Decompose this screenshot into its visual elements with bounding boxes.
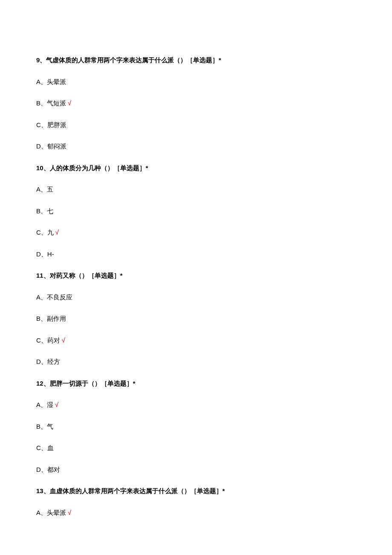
- option-label: A、: [36, 401, 47, 408]
- check-mark-icon: √: [55, 229, 59, 236]
- option: D、H-: [36, 250, 356, 259]
- option-label: C、: [36, 337, 47, 344]
- document-content: 9、气虚体质的人群常用两个字来表达属于什么派（）［单选题］*A、头晕派B、气短派…: [36, 55, 356, 517]
- option-text: 经方: [47, 358, 60, 365]
- option-label: A、: [36, 186, 47, 193]
- option-label: A、: [36, 509, 47, 516]
- option-text: 血: [47, 444, 54, 451]
- option-label: D、: [36, 466, 47, 473]
- question-text: 9、气虚体质的人群常用两个字来表达属于什么派（）［单选题］*: [36, 55, 356, 65]
- option: A、头晕派√: [36, 508, 356, 518]
- option-text: 湿: [47, 401, 53, 408]
- option: D、郁闷派: [36, 142, 356, 151]
- question-text: 13、血虚体质的人群常用两个字来表达属于什么派（）［单选题］*: [36, 486, 356, 496]
- option-text: 五: [47, 186, 53, 193]
- option-text: 九: [47, 229, 54, 236]
- option-label: A、: [36, 78, 47, 85]
- option-label: C、: [36, 121, 47, 128]
- option-text: 气短派: [47, 99, 66, 107]
- option-label: B、: [36, 423, 47, 430]
- option: C、血: [36, 443, 356, 453]
- option: B、气: [36, 422, 356, 432]
- option: A、不良反应: [36, 293, 356, 302]
- check-mark-icon: √: [68, 99, 71, 107]
- option: B、副作用: [36, 314, 356, 324]
- option-text: 肥胖派: [47, 121, 66, 128]
- question-block: 11、对药又称（）［单选题］*A、不良反应B、副作用C、药对√D、经方: [36, 271, 356, 367]
- question-block: 13、血虚体质的人群常用两个字来表达属于什么派（）［单选题］*A、头晕派√: [36, 486, 356, 517]
- option-label: B、: [36, 315, 47, 322]
- option: A、湿√: [36, 400, 356, 410]
- option-label: D、: [36, 250, 47, 258]
- option: B、七: [36, 206, 356, 216]
- option-text: 副作用: [47, 315, 66, 322]
- option: C、药对√: [36, 336, 356, 346]
- option: A、五: [36, 185, 356, 195]
- option-text: 药对: [47, 337, 60, 344]
- question-block: 9、气虚体质的人群常用两个字来表达属于什么派（）［单选题］*A、头晕派B、气短派…: [36, 55, 356, 151]
- option-label: A、: [36, 293, 47, 301]
- option-label: D、: [36, 142, 47, 150]
- option: A、头晕派: [36, 77, 356, 87]
- option-text: 七: [47, 207, 53, 215]
- option-label: C、: [36, 229, 47, 236]
- question-text: 11、对药又称（）［单选题］*: [36, 271, 356, 281]
- option-text: 郁闷派: [47, 142, 66, 150]
- check-mark-icon: √: [68, 509, 71, 516]
- question-text: 12、肥胖一切源于（）［单选题］*: [36, 379, 356, 389]
- option: C、肥胖派: [36, 120, 356, 130]
- option-text: 都对: [47, 466, 60, 473]
- option-label: D、: [36, 358, 47, 365]
- question-block: 12、肥胖一切源于（）［单选题］*A、湿√B、气C、血D、都对: [36, 379, 356, 475]
- option: D、都对: [36, 465, 356, 475]
- option-text: 头晕派: [47, 509, 66, 516]
- option-label: B、: [36, 207, 47, 215]
- option-label: C、: [36, 444, 47, 451]
- option: D、经方: [36, 357, 356, 367]
- option-text: 头晕派: [47, 78, 66, 85]
- option: C、九√: [36, 228, 356, 238]
- question-text: 10、人的体质分为几种（）［单选题］*: [36, 163, 356, 173]
- option-label: B、: [36, 99, 47, 107]
- check-mark-icon: √: [55, 401, 58, 408]
- check-mark-icon: √: [62, 337, 65, 344]
- option-text: 气: [47, 423, 53, 430]
- option-text: 不良反应: [47, 293, 72, 301]
- option-text: H-: [47, 250, 54, 258]
- question-block: 10、人的体质分为几种（）［单选题］*A、五B、七C、九√D、H-: [36, 163, 356, 259]
- option: B、气短派√: [36, 99, 356, 108]
